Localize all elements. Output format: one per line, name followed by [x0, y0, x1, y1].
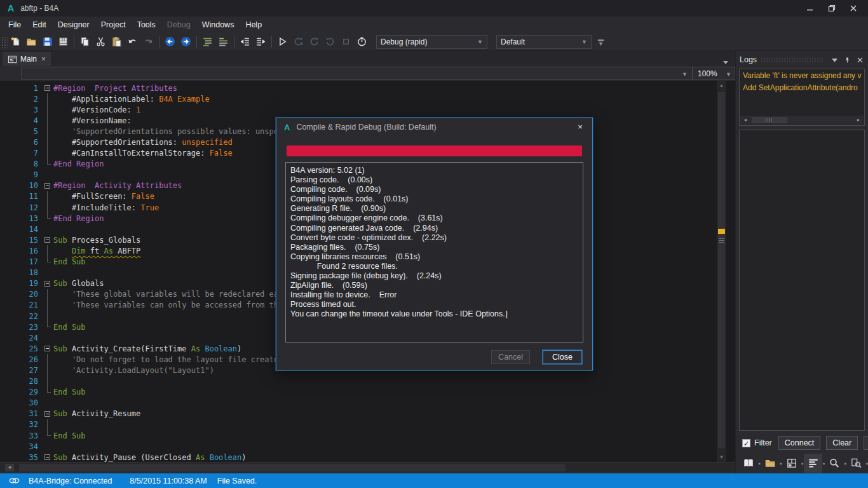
- list-button[interactable]: List I: [864, 436, 868, 450]
- panel-close-button[interactable]: [855, 55, 865, 65]
- collapse-icon[interactable]: [44, 346, 50, 351]
- shift-left-icon: [240, 36, 250, 47]
- warning-message[interactable]: Variable 'ft' is never assigned any v: [740, 69, 864, 81]
- horizontal-scroll-thumb[interactable]: [19, 464, 566, 471]
- code-line: 29End Sub: [0, 387, 735, 398]
- collapse-icon[interactable]: [44, 237, 50, 243]
- menu-project[interactable]: Project: [95, 18, 132, 32]
- connect-button[interactable]: Connect: [778, 436, 821, 450]
- panel-menu-button[interactable]: [829, 55, 839, 65]
- cancel-button[interactable]: Cancel: [491, 350, 530, 364]
- new-file-button[interactable]: [8, 34, 24, 50]
- run-button[interactable]: [275, 34, 290, 50]
- save-all-icon: [58, 36, 69, 47]
- panel-tab-search-references[interactable]: [847, 454, 865, 473]
- restore-button[interactable]: [821, 0, 843, 17]
- app-title: abftp - B4A: [20, 4, 58, 13]
- editor-vertical-scrollbar[interactable]: ▲ ▼: [717, 81, 726, 462]
- warnings-scroll-thumb[interactable]: [752, 117, 787, 123]
- debug-step-button[interactable]: [322, 34, 338, 50]
- log-output-area[interactable]: [739, 130, 865, 431]
- debug-restart-button[interactable]: [306, 34, 322, 50]
- filter-checkbox[interactable]: ✓: [742, 439, 750, 447]
- panel-tab-logs-list[interactable]: [804, 454, 822, 473]
- tab-main[interactable]: Main ×: [3, 52, 51, 66]
- toolbar-grip[interactable]: [1, 36, 8, 48]
- logs-panel-header[interactable]: Logs: [736, 52, 868, 67]
- compile-log-output[interactable]: B4A version: 5.02 (1)Parsing code. (0.00…: [285, 162, 583, 342]
- fold-start-marker[interactable]: [43, 180, 53, 191]
- save-all-button[interactable]: [55, 34, 71, 50]
- warnings-horizontal-scrollbar[interactable]: ◄ ►: [740, 116, 864, 125]
- code-token: #FullScreen:: [53, 192, 132, 201]
- warning-message[interactable]: Add SetApplicationAttribute(andro: [740, 81, 864, 93]
- scroll-down-arrow-icon[interactable]: ▼: [717, 452, 726, 462]
- minimize-button[interactable]: [799, 0, 821, 17]
- code-token: 'These global variables will be redeclar…: [53, 290, 278, 299]
- shift-right-button[interactable]: [253, 34, 269, 50]
- redo-button[interactable]: [140, 34, 156, 50]
- editor-horizontal-scrollbar[interactable]: ◄: [0, 462, 735, 472]
- debug-resume-icon: [293, 36, 304, 47]
- menu-windows[interactable]: Windows: [196, 18, 240, 32]
- undo-button[interactable]: [125, 34, 140, 50]
- undo-icon: [127, 36, 138, 47]
- cut-button[interactable]: [93, 34, 109, 50]
- collapse-icon[interactable]: [44, 411, 50, 417]
- open-project-button[interactable]: [24, 34, 39, 50]
- toolbar-overflow-button[interactable]: ▬▼: [598, 37, 604, 46]
- collapse-icon[interactable]: [44, 281, 50, 287]
- close-window-button[interactable]: [843, 0, 864, 17]
- paste-button[interactable]: [109, 34, 125, 50]
- fold-mid-marker: [43, 354, 53, 365]
- save-button[interactable]: [39, 34, 55, 50]
- collapse-icon[interactable]: [44, 85, 50, 91]
- panel-tab-files-folder[interactable]: [761, 454, 779, 473]
- panel-tab-find-magnifier[interactable]: [825, 454, 843, 473]
- fold-start-marker[interactable]: [43, 452, 53, 462]
- comment-code-button[interactable]: [215, 34, 231, 50]
- warning-marker[interactable]: [718, 229, 725, 234]
- panel-tab-modules-grid[interactable]: [783, 454, 801, 473]
- scroll-right-arrow-icon[interactable]: ►: [855, 117, 862, 123]
- clear-button[interactable]: Clear: [826, 436, 858, 450]
- collapse-icon[interactable]: [44, 183, 50, 189]
- panel-drag-handle[interactable]: [761, 57, 823, 63]
- module-selector[interactable]: ▼: [21, 67, 693, 80]
- build-profile-select[interactable]: Default ▼: [496, 35, 592, 49]
- vertical-scroll-thumb[interactable]: [718, 92, 725, 448]
- zoom-select[interactable]: 100% ▼: [693, 67, 735, 80]
- close-button[interactable]: Close: [543, 350, 582, 364]
- format-code-button[interactable]: [200, 34, 215, 50]
- debug-resume-button[interactable]: [290, 34, 306, 50]
- menu-edit[interactable]: Edit: [27, 18, 52, 32]
- panel-pin-button[interactable]: [842, 55, 852, 65]
- build-config-select[interactable]: Debug (rapid) ▼: [376, 35, 487, 49]
- scroll-left-arrow-icon[interactable]: ◄: [5, 464, 14, 471]
- warnings-list[interactable]: Variable 'ft' is never assigned any vAdd…: [739, 69, 865, 126]
- stop-button[interactable]: [338, 34, 354, 50]
- dialog-close-button[interactable]: ×: [574, 122, 586, 132]
- shift-right-icon: [255, 36, 266, 47]
- nav-back-button[interactable]: [162, 34, 178, 50]
- copy-button[interactable]: [77, 34, 93, 50]
- tab-close-icon[interactable]: ×: [41, 55, 46, 64]
- fold-start-marker[interactable]: [43, 83, 53, 93]
- menu-debug[interactable]: Debug: [161, 18, 196, 32]
- panel-tab-libraries-book[interactable]: [740, 454, 757, 473]
- menu-help[interactable]: Help: [240, 18, 268, 32]
- scroll-left-arrow-icon[interactable]: ◄: [742, 117, 749, 123]
- clean-project-button[interactable]: [354, 34, 370, 50]
- shift-left-button[interactable]: [237, 34, 253, 50]
- fold-start-marker[interactable]: [43, 234, 53, 245]
- scroll-up-arrow-icon[interactable]: ▲: [717, 81, 726, 90]
- menu-designer[interactable]: Designer: [52, 18, 95, 32]
- fold-start-marker[interactable]: [43, 343, 53, 354]
- fold-start-marker[interactable]: [43, 278, 53, 289]
- menu-tools[interactable]: Tools: [132, 18, 161, 32]
- collapse-icon[interactable]: [44, 454, 50, 460]
- nav-forward-button[interactable]: [178, 34, 194, 50]
- fold-start-marker[interactable]: [43, 409, 53, 419]
- menu-file[interactable]: File: [3, 18, 27, 32]
- form-module-icon: [8, 55, 17, 64]
